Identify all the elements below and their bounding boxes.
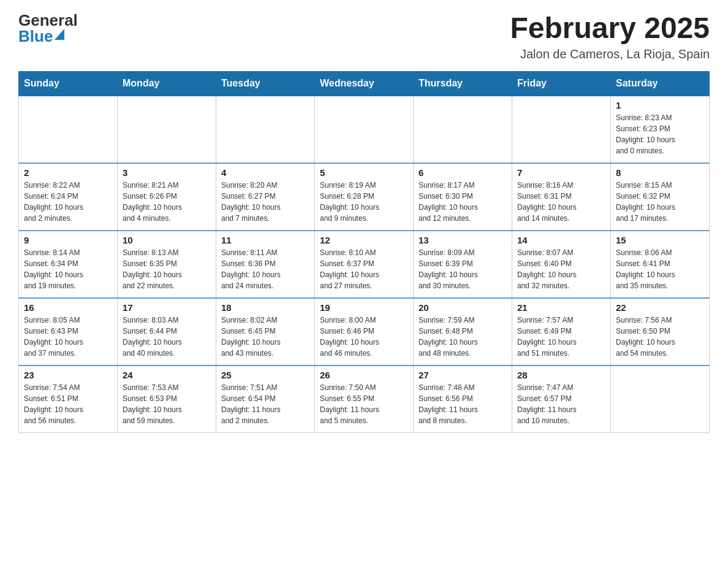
calendar-cell — [118, 96, 216, 163]
day-number: 20 — [419, 302, 507, 313]
calendar-header: SundayMondayTuesdayWednesdayThursdayFrid… — [19, 71, 710, 96]
logo-blue-text: Blue — [18, 28, 53, 44]
calendar-cell: 10Sunrise: 8:13 AM Sunset: 6:35 PM Dayli… — [118, 231, 216, 298]
calendar-cell: 25Sunrise: 7:51 AM Sunset: 6:54 PM Dayli… — [216, 366, 315, 433]
day-info: Sunrise: 7:47 AM Sunset: 6:57 PM Dayligh… — [517, 382, 605, 426]
day-info: Sunrise: 8:16 AM Sunset: 6:31 PM Dayligh… — [517, 180, 605, 224]
day-number: 12 — [320, 235, 408, 245]
calendar-cell: 19Sunrise: 8:00 AM Sunset: 6:46 PM Dayli… — [315, 298, 414, 366]
month-title: February 2025 — [510, 12, 710, 45]
calendar-cell: 8Sunrise: 8:15 AM Sunset: 6:32 PM Daylig… — [611, 163, 710, 231]
day-number: 6 — [419, 167, 507, 178]
weekday-header-friday: Friday — [512, 71, 611, 96]
day-number: 1 — [616, 100, 704, 110]
day-info: Sunrise: 8:06 AM Sunset: 6:41 PM Dayligh… — [616, 247, 704, 291]
calendar-cell: 26Sunrise: 7:50 AM Sunset: 6:55 PM Dayli… — [315, 366, 414, 433]
calendar-cell: 4Sunrise: 8:20 AM Sunset: 6:27 PM Daylig… — [216, 163, 315, 231]
calendar-cell: 14Sunrise: 8:07 AM Sunset: 6:40 PM Dayli… — [512, 231, 611, 298]
day-number: 8 — [616, 167, 704, 178]
day-number: 19 — [320, 302, 408, 313]
day-number: 13 — [419, 235, 507, 245]
day-number: 14 — [517, 235, 605, 245]
day-number: 16 — [24, 302, 112, 313]
logo: General Blue — [18, 12, 78, 44]
svg-marker-0 — [55, 29, 64, 40]
day-info: Sunrise: 7:57 AM Sunset: 6:49 PM Dayligh… — [517, 315, 605, 359]
calendar-cell: 23Sunrise: 7:54 AM Sunset: 6:51 PM Dayli… — [19, 366, 118, 433]
weekday-header-wednesday: Wednesday — [315, 71, 414, 96]
page-header: General Blue February 2025 Jalon de Came… — [18, 12, 710, 61]
calendar-week-row: 9Sunrise: 8:14 AM Sunset: 6:34 PM Daylig… — [19, 231, 710, 298]
calendar-cell: 17Sunrise: 8:03 AM Sunset: 6:44 PM Dayli… — [118, 298, 216, 366]
calendar-cell: 11Sunrise: 8:11 AM Sunset: 6:36 PM Dayli… — [216, 231, 315, 298]
day-number: 17 — [123, 302, 211, 313]
calendar-cell — [611, 366, 710, 433]
day-number: 21 — [517, 302, 605, 313]
weekday-header-thursday: Thursday — [414, 71, 512, 96]
calendar-cell: 5Sunrise: 8:19 AM Sunset: 6:28 PM Daylig… — [315, 163, 414, 231]
calendar-cell: 24Sunrise: 7:53 AM Sunset: 6:53 PM Dayli… — [118, 366, 216, 433]
day-info: Sunrise: 7:56 AM Sunset: 6:50 PM Dayligh… — [616, 315, 704, 359]
calendar-cell: 9Sunrise: 8:14 AM Sunset: 6:34 PM Daylig… — [19, 231, 118, 298]
day-info: Sunrise: 8:09 AM Sunset: 6:39 PM Dayligh… — [419, 247, 507, 291]
calendar-cell: 13Sunrise: 8:09 AM Sunset: 6:39 PM Dayli… — [414, 231, 512, 298]
calendar-cell: 22Sunrise: 7:56 AM Sunset: 6:50 PM Dayli… — [611, 298, 710, 366]
day-info: Sunrise: 8:10 AM Sunset: 6:37 PM Dayligh… — [320, 247, 408, 291]
calendar-cell — [216, 96, 315, 163]
calendar-cell: 16Sunrise: 8:05 AM Sunset: 6:43 PM Dayli… — [19, 298, 118, 366]
day-number: 4 — [221, 167, 309, 178]
day-info: Sunrise: 8:13 AM Sunset: 6:35 PM Dayligh… — [123, 247, 211, 291]
day-number: 2 — [24, 167, 112, 178]
day-number: 28 — [517, 370, 605, 380]
day-number: 26 — [320, 370, 408, 380]
day-info: Sunrise: 7:50 AM Sunset: 6:55 PM Dayligh… — [320, 382, 408, 426]
calendar-table: SundayMondayTuesdayWednesdayThursdayFrid… — [18, 71, 710, 434]
day-number: 5 — [320, 167, 408, 178]
day-info: Sunrise: 7:51 AM Sunset: 6:54 PM Dayligh… — [221, 382, 309, 426]
calendar-cell: 3Sunrise: 8:21 AM Sunset: 6:26 PM Daylig… — [118, 163, 216, 231]
calendar-cell: 28Sunrise: 7:47 AM Sunset: 6:57 PM Dayli… — [512, 366, 611, 433]
day-number: 15 — [616, 235, 704, 245]
day-info: Sunrise: 7:59 AM Sunset: 6:48 PM Dayligh… — [419, 315, 507, 359]
calendar-cell — [19, 96, 118, 163]
logo-general-text: General — [18, 12, 78, 28]
day-info: Sunrise: 7:53 AM Sunset: 6:53 PM Dayligh… — [123, 382, 211, 426]
day-info: Sunrise: 8:07 AM Sunset: 6:40 PM Dayligh… — [517, 247, 605, 291]
calendar-cell: 18Sunrise: 8:02 AM Sunset: 6:45 PM Dayli… — [216, 298, 315, 366]
day-number: 23 — [24, 370, 112, 380]
day-info: Sunrise: 8:15 AM Sunset: 6:32 PM Dayligh… — [616, 180, 704, 224]
day-number: 25 — [221, 370, 309, 380]
day-number: 11 — [221, 235, 309, 245]
day-info: Sunrise: 8:14 AM Sunset: 6:34 PM Dayligh… — [24, 247, 112, 291]
calendar-cell: 20Sunrise: 7:59 AM Sunset: 6:48 PM Dayli… — [414, 298, 512, 366]
day-number: 7 — [517, 167, 605, 178]
calendar-week-row: 16Sunrise: 8:05 AM Sunset: 6:43 PM Dayli… — [19, 298, 710, 366]
day-info: Sunrise: 8:21 AM Sunset: 6:26 PM Dayligh… — [123, 180, 211, 224]
day-info: Sunrise: 8:23 AM Sunset: 6:23 PM Dayligh… — [616, 112, 704, 156]
calendar-cell: 1Sunrise: 8:23 AM Sunset: 6:23 PM Daylig… — [611, 96, 710, 163]
day-number: 3 — [123, 167, 211, 178]
weekday-header-saturday: Saturday — [611, 71, 710, 96]
day-info: Sunrise: 8:11 AM Sunset: 6:36 PM Dayligh… — [221, 247, 309, 291]
calendar-cell: 21Sunrise: 7:57 AM Sunset: 6:49 PM Dayli… — [512, 298, 611, 366]
title-section: February 2025 Jalon de Cameros, La Rioja… — [510, 12, 710, 61]
calendar-week-row: 1Sunrise: 8:23 AM Sunset: 6:23 PM Daylig… — [19, 96, 710, 163]
day-info: Sunrise: 8:22 AM Sunset: 6:24 PM Dayligh… — [24, 180, 112, 224]
day-info: Sunrise: 8:17 AM Sunset: 6:30 PM Dayligh… — [419, 180, 507, 224]
calendar-cell — [512, 96, 611, 163]
day-info: Sunrise: 8:02 AM Sunset: 6:45 PM Dayligh… — [221, 315, 309, 359]
day-info: Sunrise: 8:19 AM Sunset: 6:28 PM Dayligh… — [320, 180, 408, 224]
calendar-cell: 15Sunrise: 8:06 AM Sunset: 6:41 PM Dayli… — [611, 231, 710, 298]
day-number: 27 — [419, 370, 507, 380]
day-info: Sunrise: 8:03 AM Sunset: 6:44 PM Dayligh… — [123, 315, 211, 359]
calendar-week-row: 23Sunrise: 7:54 AM Sunset: 6:51 PM Dayli… — [19, 366, 710, 433]
logo-triangle-icon — [55, 29, 64, 40]
calendar-cell — [315, 96, 414, 163]
day-number: 18 — [221, 302, 309, 313]
day-number: 9 — [24, 235, 112, 245]
weekday-header-monday: Monday — [118, 71, 216, 96]
calendar-cell: 12Sunrise: 8:10 AM Sunset: 6:37 PM Dayli… — [315, 231, 414, 298]
weekday-header-tuesday: Tuesday — [216, 71, 315, 96]
day-info: Sunrise: 7:48 AM Sunset: 6:56 PM Dayligh… — [419, 382, 507, 426]
day-number: 22 — [616, 302, 704, 313]
